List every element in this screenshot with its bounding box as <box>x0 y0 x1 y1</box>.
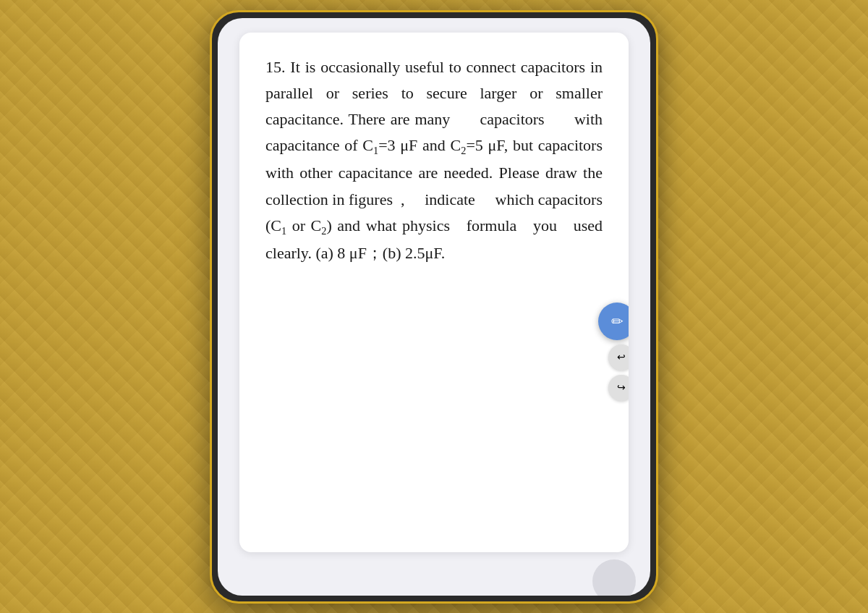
content-card: 15. It is occasionally useful to connect… <box>239 33 629 552</box>
question-number: 15. <box>265 58 290 76</box>
share-icon-2: ↪ <box>617 381 626 394</box>
share-buttons-container: ↩ ↪ <box>608 344 629 401</box>
edit-icon: ✏ <box>611 313 624 330</box>
share-button-1[interactable]: ↩ <box>608 344 629 371</box>
question-text: 15. It is occasionally useful to connect… <box>265 54 603 267</box>
share-button-2[interactable]: ↪ <box>608 375 629 401</box>
share-icon-1: ↩ <box>617 351 626 363</box>
phone-screen: 15. It is occasionally useful to connect… <box>218 18 650 596</box>
edit-button[interactable]: ✏ <box>598 303 629 340</box>
phone-frame: 15. It is occasionally useful to connect… <box>210 10 658 604</box>
bottom-circle-decoration <box>592 559 636 596</box>
question-body: It is occasionally useful to connect cap… <box>265 58 603 262</box>
